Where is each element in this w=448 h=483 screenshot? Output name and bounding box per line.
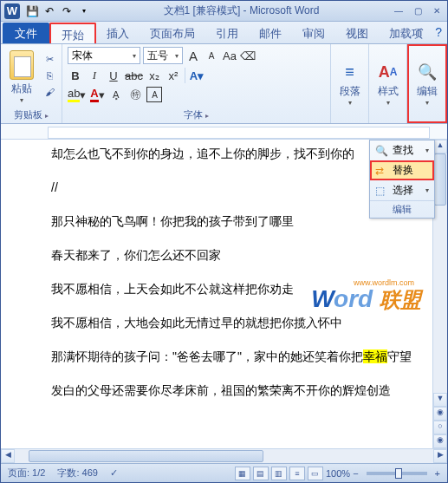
zoom-in-button[interactable]: +	[435, 468, 440, 479]
styles-label: 样式	[378, 84, 399, 99]
hscroll-thumb[interactable]	[29, 450, 263, 462]
document-content[interactable]: 却怎么也飞不到你的身边，追不上你的脚步，找不到你的 // 那只神秘的飞鸟啊！你把…	[1, 140, 432, 448]
next-page-button[interactable]: ◉	[433, 434, 447, 448]
change-case-icon[interactable]: Aa	[222, 48, 237, 63]
bold-button[interactable]: B	[68, 68, 83, 83]
maximize-button[interactable]: ▢	[411, 5, 425, 17]
clear-format-icon[interactable]: ⌫	[240, 48, 256, 63]
tab-layout[interactable]: 页面布局	[140, 23, 205, 43]
group-paragraph: ≡ 段落 ▾	[331, 44, 369, 123]
editing-dropdown: 🔍 查找 ▾ ⇄ 替换 ⬚ 选择 ▾ 编辑	[369, 140, 435, 219]
cut-icon[interactable]: ✂	[42, 54, 56, 68]
ribbon: 粘贴 ▾ ✂ ⎘ 🖌 剪贴板 宋体▾ 五号▾ A A Aa ⌫	[1, 44, 447, 124]
font-group-label: 字体	[68, 108, 325, 121]
status-bar: 页面: 1/2 字数: 469 ✓ ▦ ▤ ▥ ≡ ▭ 100% − +	[1, 463, 447, 482]
zoom-slider[interactable]	[367, 472, 427, 475]
italic-button[interactable]: I	[87, 68, 102, 83]
enclose-char-icon[interactable]: ㊕	[127, 87, 143, 102]
scroll-right-button[interactable]: ▶	[433, 449, 447, 463]
paragraph-icon: ≡	[340, 62, 360, 82]
ruler[interactable]	[1, 124, 447, 140]
font-name-select[interactable]: 宋体▾	[68, 47, 140, 64]
editing-button[interactable]: 🔍 编辑 ▾	[414, 49, 440, 120]
horizontal-scrollbar: ◀ ▶	[1, 448, 447, 463]
paragraph-button[interactable]: ≡ 段落 ▾	[336, 47, 363, 121]
group-font: 宋体▾ 五号▾ A A Aa ⌫ B I U abc x₂ x² A▾	[62, 44, 331, 123]
paste-label: 粘贴	[11, 82, 32, 96]
web-layout-view[interactable]: ▥	[271, 467, 287, 480]
highlight-color-icon[interactable]: ab▾	[68, 87, 86, 102]
save-icon[interactable]: 💾	[25, 4, 39, 18]
print-layout-view[interactable]: ▦	[235, 467, 250, 480]
char-shading-icon[interactable]: A͓	[108, 87, 124, 102]
scroll-down-button[interactable]: ▼	[433, 393, 447, 407]
underline-button[interactable]: U	[106, 68, 121, 83]
select-icon: ⬚	[375, 185, 389, 197]
qat-more-icon[interactable]: ▾	[77, 4, 91, 18]
select-label: 选择	[393, 183, 413, 198]
redo-icon[interactable]: ↷	[60, 4, 74, 18]
tab-insert[interactable]: 插入	[96, 23, 140, 43]
find-menu-item[interactable]: 🔍 查找 ▾	[370, 140, 434, 160]
scroll-up-button[interactable]: ▲	[433, 140, 447, 153]
doc-line: 那满怀期待的孩子问："爸爸去哪了"，家中的她还笑着你把幸福守望	[51, 348, 415, 366]
hscroll-track[interactable]	[29, 449, 419, 463]
tab-view[interactable]: 视图	[335, 23, 379, 43]
tab-file[interactable]: 文件	[3, 23, 49, 43]
scroll-left-button[interactable]: ◀	[1, 449, 15, 463]
paragraph-label: 段落	[340, 84, 360, 99]
select-menu-item[interactable]: ⬚ 选择 ▾	[370, 180, 434, 200]
paste-button[interactable]: 粘贴 ▾	[6, 49, 37, 106]
paste-icon	[10, 50, 34, 80]
zoom-out-button[interactable]: −	[353, 468, 358, 479]
close-button[interactable]: ✕	[430, 5, 444, 17]
copy-icon[interactable]: ⎘	[42, 70, 56, 84]
dropdown-footer: 编辑	[370, 200, 434, 218]
fullscreen-view[interactable]: ▤	[253, 467, 269, 480]
grow-font-icon[interactable]: A	[185, 48, 201, 63]
ribbon-collapse-icon[interactable]: ⌃	[418, 27, 425, 36]
format-painter-icon[interactable]: 🖌	[42, 87, 56, 101]
undo-icon[interactable]: ↶	[42, 4, 56, 18]
replace-label: 替换	[393, 163, 413, 178]
group-clipboard: 粘贴 ▾ ✂ ⎘ 🖌 剪贴板	[1, 44, 62, 123]
word-count[interactable]: 字数: 469	[57, 467, 97, 480]
tab-mail[interactable]: 邮件	[249, 23, 292, 43]
window-title: 文档1 [兼容模式] - Microsoft Word	[91, 3, 392, 18]
text-effects-icon[interactable]: A▾	[189, 68, 205, 83]
subscript-button[interactable]: x₂	[146, 68, 162, 83]
scroll-track[interactable]	[433, 153, 447, 393]
shrink-font-icon[interactable]: A	[204, 48, 219, 63]
group-styles: AA 样式 ▾	[369, 44, 407, 123]
quick-access-toolbar: 💾 ↶ ↷ ▾	[25, 4, 91, 18]
ribbon-tabs: 文件 开始 插入 页面布局 引用 邮件 审阅 视图 加载项 ⌃ ?	[1, 22, 447, 44]
proofing-icon[interactable]: ✓	[110, 467, 118, 479]
tab-home[interactable]: 开始	[49, 23, 96, 43]
scroll-thumb[interactable]	[434, 153, 446, 206]
minimize-button[interactable]: —	[392, 5, 406, 17]
title-bar: W 💾 ↶ ↷ ▾ 文档1 [兼容模式] - Microsoft Word — …	[1, 1, 447, 22]
tab-review[interactable]: 审阅	[292, 23, 335, 43]
browse-object-button[interactable]: ○	[433, 421, 447, 434]
editing-label: 编辑	[417, 84, 438, 99]
char-border-icon[interactable]: A	[146, 87, 162, 102]
replace-menu-item[interactable]: ⇄ 替换	[370, 160, 434, 180]
doc-line: 那只神秘的飞鸟啊！你把我的孩子带到了哪里	[51, 212, 415, 231]
styles-button[interactable]: AA 样式 ▾	[374, 47, 401, 121]
doc-line: 我不愿相信，大地会如此无情过早的就想把你揽入怀中	[51, 314, 415, 332]
superscript-button[interactable]: x²	[166, 68, 181, 83]
page-status[interactable]: 页面: 1/2	[8, 467, 45, 480]
styles-icon: AA	[378, 62, 399, 82]
zoom-level[interactable]: 100%	[326, 468, 350, 479]
help-icon[interactable]: ?	[435, 25, 442, 39]
font-color-icon[interactable]: A▾	[89, 87, 105, 102]
draft-view[interactable]: ▭	[308, 467, 323, 480]
tab-addins[interactable]: 加载项	[379, 23, 433, 43]
strikethrough-button[interactable]: abc	[125, 68, 143, 83]
doc-line: //	[51, 179, 415, 197]
tab-references[interactable]: 引用	[205, 23, 249, 43]
prev-page-button[interactable]: ◉	[433, 407, 447, 421]
zoom-handle[interactable]	[395, 468, 402, 479]
outline-view[interactable]: ≡	[289, 467, 305, 480]
font-size-select[interactable]: 五号▾	[143, 47, 183, 64]
